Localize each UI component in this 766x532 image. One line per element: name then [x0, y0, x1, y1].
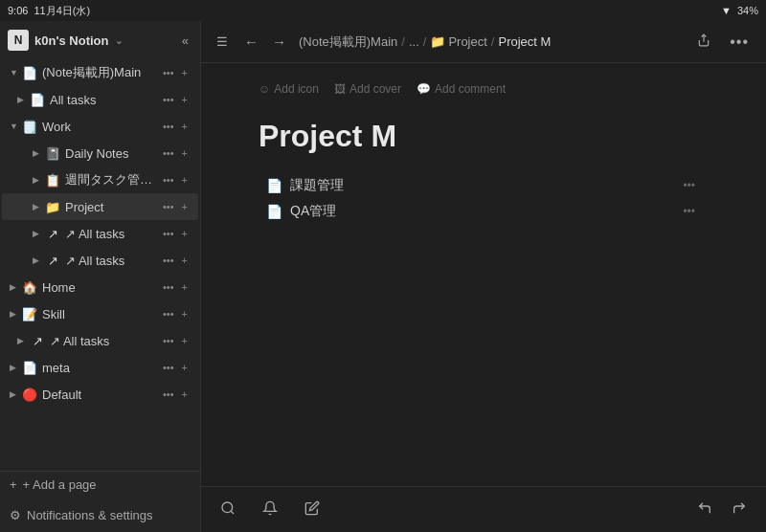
project-add[interactable]: +	[179, 200, 191, 213]
home-add[interactable]: +	[179, 280, 191, 294]
default-add[interactable]: +	[179, 388, 191, 401]
main-icon: 📄	[22, 66, 37, 80]
main-actions: ••• +	[160, 66, 191, 79]
status-bar: 9:06 11月4日(水) ▼ 34%	[0, 0, 766, 21]
workspace-name[interactable]: N k0n's Notion ⌄	[8, 30, 123, 51]
comment-icon: 💬	[417, 82, 431, 96]
all-tasks-3-more[interactable]: •••	[160, 254, 177, 267]
breadcrumb-main[interactable]: (Note掲載用)Main	[299, 33, 397, 51]
weekly-more[interactable]: •••	[160, 173, 177, 187]
chevron-work: ▼	[10, 122, 19, 131]
wifi-icon: ▼	[721, 5, 732, 16]
work-add[interactable]: +	[179, 120, 191, 133]
meta-icon: 📄	[22, 361, 37, 375]
folder-icon: 📁	[430, 34, 445, 49]
weekly-actions: ••• +	[160, 173, 191, 187]
bottom-right	[693, 497, 751, 523]
skill-more[interactable]: •••	[160, 307, 177, 321]
all-tasks-4-more[interactable]: •••	[160, 334, 177, 347]
sidebar-item-meta[interactable]: ▶ 📄 meta ••• +	[2, 354, 198, 381]
kadai-icon: 📄	[266, 178, 282, 193]
kadai-menu[interactable]: •••	[677, 177, 701, 194]
daily-notes-more[interactable]: •••	[160, 146, 177, 160]
meta-add[interactable]: +	[179, 361, 191, 374]
topbar-right: •••	[691, 31, 755, 54]
image-icon: 🖼	[334, 82, 346, 96]
time: 9:06	[8, 5, 28, 16]
all-tasks-2-add[interactable]: +	[179, 227, 191, 240]
daily-notes-icon: 📓	[45, 146, 60, 161]
sidebar-item-home[interactable]: ▶ 🏠 Home ••• +	[2, 274, 198, 300]
collapse-sidebar-button[interactable]: «	[178, 32, 192, 50]
all-tasks-3-actions: ••• +	[160, 254, 191, 267]
notifications-settings-button[interactable]: ⚙ Notifications & settings	[0, 498, 200, 532]
sidebar-item-weekly[interactable]: ▶ 📋 週間タスク管理表 ••• +	[2, 166, 198, 193]
qa-menu[interactable]: •••	[677, 203, 701, 220]
chevron-all-tasks-4: ▶	[17, 336, 27, 345]
sidebar-item-default[interactable]: ▶ 🔴 Default ••• +	[2, 381, 198, 408]
redo-button[interactable]	[728, 497, 751, 523]
home-icon: 🏠	[22, 280, 37, 295]
sidebar-item-all-tasks-3[interactable]: ▶ ↗ ↗ All tasks ••• +	[2, 247, 198, 274]
main-more[interactable]: •••	[160, 66, 177, 79]
notifications-button[interactable]	[259, 497, 282, 523]
add-cover-button[interactable]: 🖼 Add cover	[334, 82, 401, 96]
sidebar-item-project[interactable]: ▶ 📁 Project ••• +	[2, 193, 198, 220]
sidebar: N k0n's Notion ⌄ « ▼ 📄 (Note掲載用)Main •••…	[0, 21, 201, 532]
search-button[interactable]	[216, 497, 239, 523]
daily-notes-add[interactable]: +	[179, 146, 191, 160]
sidebar-item-all-tasks-2[interactable]: ▶ ↗ ↗ All tasks ••• +	[2, 220, 198, 247]
add-page-button[interactable]: + + Add a page	[0, 472, 200, 498]
chevron-weekly: ▶	[33, 175, 42, 185]
page-item-qa[interactable]: 📄 QA管理 •••	[259, 199, 709, 224]
sidebar-item-work[interactable]: ▼ 🗒️ Work ••• +	[2, 113, 198, 140]
all-tasks-more[interactable]: •••	[160, 93, 177, 106]
all-tasks-4-add[interactable]: +	[179, 334, 191, 347]
skill-icon: 📝	[22, 307, 37, 321]
more-options-button[interactable]: •••	[724, 31, 755, 54]
all-tasks-2-more[interactable]: •••	[160, 227, 177, 240]
add-page-icon: +	[10, 477, 17, 492]
page-title: Project M	[259, 119, 709, 154]
chevron-skill: ▶	[10, 309, 19, 319]
sidebar-item-all-tasks-4[interactable]: ▶ ↗ ↗ All tasks ••• +	[2, 327, 198, 354]
date: 11月4日(水)	[34, 4, 90, 18]
bottom-left	[216, 497, 324, 523]
edit-button[interactable]	[301, 497, 324, 523]
forward-button[interactable]: →	[267, 32, 291, 52]
sidebar-item-skill[interactable]: ▶ 📝 Skill ••• +	[2, 300, 198, 327]
breadcrumb-sep3: /	[491, 34, 495, 49]
content-area: ☰ ← → (Note掲載用)Main / ... / 📁 Project / …	[201, 21, 766, 532]
breadcrumb-ellipsis[interactable]: ...	[409, 34, 419, 49]
undo-button[interactable]	[693, 497, 716, 523]
all-tasks-3-add[interactable]: +	[179, 254, 191, 267]
add-comment-button[interactable]: 💬 Add comment	[417, 82, 506, 96]
work-more[interactable]: •••	[160, 120, 177, 133]
breadcrumb-project[interactable]: 📁 Project	[430, 34, 486, 49]
page-item-kadai[interactable]: 📄 課題管理 •••	[259, 173, 709, 198]
home-actions: ••• +	[160, 280, 191, 294]
project-more[interactable]: •••	[160, 200, 177, 213]
breadcrumb-sep2: /	[423, 34, 427, 49]
default-actions: ••• +	[160, 388, 191, 401]
qa-icon: 📄	[266, 204, 282, 219]
main-add[interactable]: +	[179, 66, 191, 79]
chevron-main: ▼	[10, 68, 19, 78]
skill-actions: ••• +	[160, 307, 191, 321]
sidebar-item-all-tasks[interactable]: ▶ 📄 All tasks ••• +	[2, 86, 198, 113]
back-button[interactable]: ←	[239, 32, 263, 52]
weekly-add[interactable]: +	[179, 173, 191, 187]
share-button[interactable]	[691, 31, 716, 53]
sidebar-item-daily-notes[interactable]: ▶ 📓 Daily Notes ••• +	[2, 140, 198, 166]
menu-button[interactable]: ☰	[213, 33, 232, 51]
default-more[interactable]: •••	[160, 388, 177, 401]
home-more[interactable]: •••	[160, 280, 177, 294]
breadcrumb-current: Project M	[498, 34, 551, 49]
add-icon-button[interactable]: ☺ Add icon	[259, 82, 319, 96]
work-actions: ••• +	[160, 120, 191, 133]
sidebar-item-main[interactable]: ▼ 📄 (Note掲載用)Main ••• +	[2, 59, 198, 86]
all-tasks-icon: 📄	[30, 93, 45, 107]
skill-add[interactable]: +	[179, 307, 191, 321]
meta-more[interactable]: •••	[160, 361, 177, 374]
all-tasks-add[interactable]: +	[179, 93, 191, 106]
